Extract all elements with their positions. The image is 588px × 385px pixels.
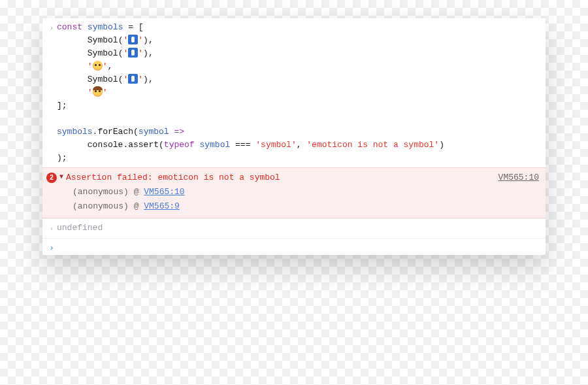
output-chevron-icon: ‹ (46, 222, 57, 235)
prompt-chevron-icon: › (46, 241, 57, 255)
emoji-womens-room-icon (128, 35, 138, 44)
emoji-mens-room-icon (128, 48, 138, 58)
error-message: Assertion failed: emoticon is not a symb… (66, 171, 496, 185)
error-count-badge: 2 (46, 173, 57, 183)
stack-frame-label: (anonymous) (73, 201, 129, 211)
stack-frame: (anonymous) @ VM565:10 (46, 185, 539, 199)
console-error-group: 2 ▼ Assertion failed: emoticon is not a … (42, 167, 546, 218)
console-result-row: ‹ undefined (42, 218, 546, 238)
stack-frame: (anonymous) @ VM565:9 (46, 199, 539, 214)
emoji-boy-icon (93, 61, 103, 71)
input-chevron-icon: › (46, 21, 57, 35)
result-value: undefined (57, 222, 540, 235)
token-identifier: symbols (88, 22, 123, 32)
error-header[interactable]: 2 ▼ Assertion failed: emoticon is not a … (46, 171, 539, 185)
console-panel: › const symbols = [ Symbol(''), Symbol('… (42, 18, 546, 255)
stack-frame-label: (anonymous) (73, 187, 129, 197)
stack-frame-link[interactable]: VM565:9 (144, 201, 180, 211)
token-keyword: const (57, 22, 82, 32)
emoji-woman-icon (93, 87, 103, 97)
stack-frame-link[interactable]: VM565:10 (144, 187, 184, 197)
emoji-womens-room-icon (128, 74, 138, 84)
error-source-link[interactable]: VM565:10 (498, 171, 539, 185)
disclosure-triangle-icon[interactable]: ▼ (59, 170, 63, 184)
console-prompt-row[interactable]: › (42, 238, 546, 255)
console-input-row: › const symbols = [ Symbol(''), Symbol('… (42, 18, 546, 167)
entered-code: const symbols = [ Symbol(''), Symbol('')… (57, 21, 540, 165)
